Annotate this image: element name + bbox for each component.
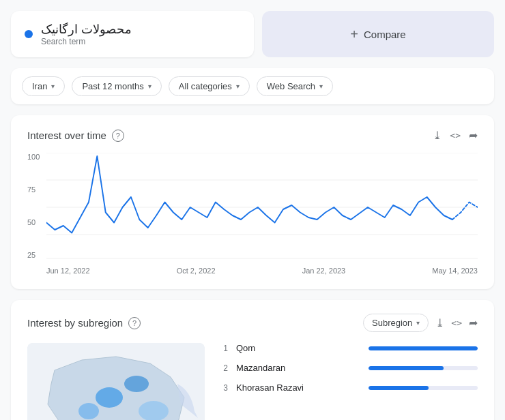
- subregion-title: Interest by subregion: [27, 317, 123, 329]
- page-container: محصولات ارگانیک Search term + Compare Ir…: [0, 0, 505, 420]
- region-bar-1: [369, 346, 478, 350]
- region-bar-3: [369, 386, 429, 390]
- search-term-text: محصولات ارگانیک: [41, 22, 132, 37]
- subregion-share-icon[interactable]: ➦: [469, 316, 478, 329]
- map-svg: [27, 343, 205, 420]
- interest-over-time-card: Interest over time ? ⤓ <> ➦ 100 75 50 25: [11, 115, 494, 289]
- x-label-3: Jan 22, 2023: [302, 267, 346, 275]
- region-rank-3: 3: [218, 383, 228, 393]
- subregion-download-icon[interactable]: ⤓: [435, 316, 444, 329]
- subregion-content: 1 Qom 2 Mazandaran 3 Khorasan Razavi: [27, 343, 478, 420]
- time-filter[interactable]: Past 12 months ▾: [72, 76, 161, 96]
- subregion-title-group: Interest by subregion ?: [27, 317, 141, 329]
- y-axis-labels: 100 75 50 25: [27, 153, 40, 262]
- subregion-selector[interactable]: Subregion ▾: [363, 314, 429, 332]
- chart-header: Interest over time ? ⤓ <> ➦: [27, 129, 478, 142]
- search-term-label: Search term: [41, 37, 132, 46]
- x-label-4: May 14, 2023: [432, 267, 478, 275]
- search-type-filter[interactable]: Web Search ▾: [257, 76, 333, 96]
- region-bar-container-3: [369, 386, 478, 390]
- category-label: All categories: [179, 81, 232, 91]
- region-filter[interactable]: Iran ▾: [22, 76, 65, 96]
- region-bar-container-2: [369, 366, 478, 370]
- subregion-header-right: Subregion ▾ ⤓ <> ➦: [363, 314, 478, 332]
- plus-icon: +: [350, 27, 358, 42]
- subregion-chevron: ▾: [416, 319, 420, 327]
- region-item-1: 1 Qom: [218, 343, 478, 353]
- help-icon[interactable]: ?: [112, 130, 124, 142]
- chart-actions: ⤓ <> ➦: [433, 129, 478, 142]
- time-label: Past 12 months: [82, 81, 143, 91]
- category-filter[interactable]: All categories ▾: [169, 76, 250, 96]
- filter-row: Iran ▾ Past 12 months ▾ All categories ▾…: [11, 68, 494, 104]
- share-icon[interactable]: ➦: [469, 129, 478, 142]
- region-rank-1: 1: [218, 344, 228, 353]
- term-info: محصولات ارگانیک Search term: [41, 22, 132, 46]
- subregion-code-icon[interactable]: <>: [451, 318, 462, 328]
- map-placeholder: [27, 343, 205, 420]
- subregion-header: Interest by subregion ? Subregion ▾ ⤓ <>…: [27, 314, 478, 332]
- search-type-label: Web Search: [267, 81, 315, 91]
- region-name-3: Khorasan Razavi: [236, 382, 360, 393]
- svg-point-8: [78, 403, 99, 419]
- chart-x-labels: Jun 12, 2022 Oct 2, 2022 Jan 22, 2023 Ma…: [46, 267, 478, 275]
- compare-label: Compare: [364, 29, 406, 40]
- chart-title: Interest over time: [27, 130, 106, 141]
- region-label: Iran: [32, 81, 47, 91]
- chart-title-group: Interest over time ?: [27, 130, 124, 142]
- download-icon[interactable]: ⤓: [433, 129, 442, 142]
- svg-point-6: [96, 387, 123, 408]
- search-type-chevron: ▾: [319, 82, 323, 90]
- header-row: محصولات ارگانیک Search term + Compare: [11, 11, 494, 57]
- region-item-2: 2 Mazandaran: [218, 363, 478, 373]
- time-chevron: ▾: [148, 82, 152, 90]
- region-bar-container-1: [369, 346, 478, 350]
- chart-area: 100 75 50 25 Jun 12, 2022 Oct 2, 2022: [27, 153, 478, 275]
- region-item-3: 3 Khorasan Razavi: [218, 382, 478, 393]
- region-bar-2: [369, 366, 444, 370]
- region-name-2: Mazandaran: [236, 363, 360, 373]
- region-chevron: ▾: [51, 82, 55, 90]
- subregion-card: Interest by subregion ? Subregion ▾ ⤓ <>…: [11, 300, 494, 420]
- region-name-1: Qom: [236, 343, 360, 353]
- x-label-2: Oct 2, 2022: [177, 267, 216, 275]
- chart-svg: [46, 153, 478, 262]
- compare-button[interactable]: + Compare: [262, 11, 494, 57]
- category-chevron: ▾: [236, 82, 240, 90]
- subregion-selector-label: Subregion: [372, 318, 412, 328]
- region-rank-2: 2: [218, 363, 228, 373]
- code-icon[interactable]: <>: [450, 130, 461, 140]
- search-term-dot: [25, 30, 33, 38]
- subregion-help-icon[interactable]: ?: [128, 317, 141, 329]
- search-term-card: محصولات ارگانیک Search term: [11, 11, 254, 57]
- region-list: 1 Qom 2 Mazandaran 3 Khorasan Razavi: [218, 343, 478, 420]
- x-label-1: Jun 12, 2022: [46, 267, 90, 275]
- svg-point-7: [124, 376, 149, 392]
